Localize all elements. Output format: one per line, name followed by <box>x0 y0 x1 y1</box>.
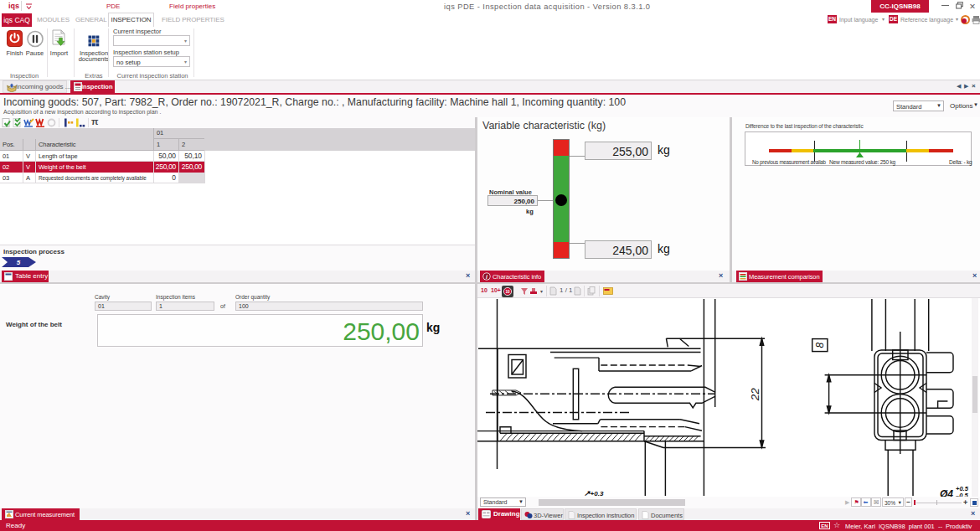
svg-text:↗+0.3: ↗+0.3 <box>584 489 604 497</box>
svg-text:Ø4: Ø4 <box>940 488 953 497</box>
svg-text:22: 22 <box>749 388 761 402</box>
svg-text:8: 8 <box>814 342 826 348</box>
svg-text:10: 10 <box>505 290 510 294</box>
svg-text:5: 5 <box>17 259 21 266</box>
